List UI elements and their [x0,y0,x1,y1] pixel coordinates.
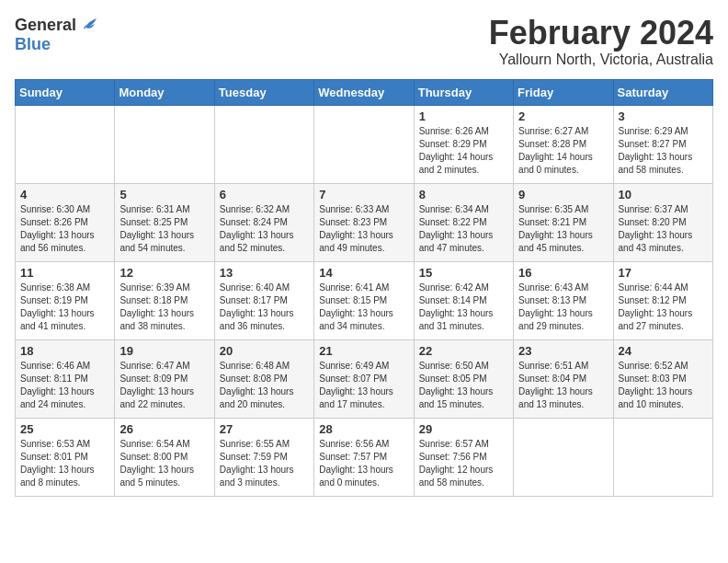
day-info: Sunrise: 6:42 AM Sunset: 8:14 PM Dayligh… [419,282,508,333]
day-number: 16 [518,266,608,280]
logo: General Blue [15,15,98,54]
calendar-cell: 8Sunrise: 6:34 AM Sunset: 8:22 PM Daylig… [414,183,513,261]
calendar-cell: 16Sunrise: 6:43 AM Sunset: 8:13 PM Dayli… [514,261,613,339]
calendar-cell: 28Sunrise: 6:56 AM Sunset: 7:57 PM Dayli… [314,418,414,496]
day-of-week-header: Wednesday [314,79,414,105]
location-subtitle: Yallourn North, Victoria, Australia [489,52,713,68]
day-info: Sunrise: 6:33 AM Sunset: 8:23 PM Dayligh… [319,203,408,255]
title-section: February 2024 Yallourn North, Victoria, … [489,15,713,68]
calendar-cell: 29Sunrise: 6:57 AM Sunset: 7:56 PM Dayli… [414,418,513,496]
calendar-cell [16,105,115,183]
calendar-cell: 22Sunrise: 6:50 AM Sunset: 8:05 PM Dayli… [414,339,513,418]
day-info: Sunrise: 6:57 AM Sunset: 7:56 PM Dayligh… [419,438,508,489]
day-number: 29 [419,422,508,436]
day-of-week-header: Monday [115,79,214,105]
calendar-cell: 13Sunrise: 6:40 AM Sunset: 8:17 PM Dayli… [214,261,313,339]
day-of-week-header: Saturday [613,79,712,105]
day-info: Sunrise: 6:43 AM Sunset: 8:13 PM Dayligh… [518,282,608,333]
day-info: Sunrise: 6:32 AM Sunset: 8:24 PM Dayligh… [220,203,309,255]
calendar-cell: 5Sunrise: 6:31 AM Sunset: 8:25 PM Daylig… [115,183,214,261]
month-year-title: February 2024 [489,15,713,52]
day-number: 10 [619,188,708,201]
day-info: Sunrise: 6:46 AM Sunset: 8:11 PM Dayligh… [20,360,109,411]
day-info: Sunrise: 6:55 AM Sunset: 7:59 PM Dayligh… [220,438,309,489]
day-of-week-header: Friday [514,79,613,105]
calendar-cell: 23Sunrise: 6:51 AM Sunset: 8:04 PM Dayli… [514,339,613,418]
day-info: Sunrise: 6:41 AM Sunset: 8:15 PM Dayligh… [319,282,408,333]
day-number: 18 [20,344,109,358]
day-number: 19 [119,344,209,358]
calendar-cell: 7Sunrise: 6:33 AM Sunset: 8:23 PM Daylig… [314,183,414,261]
day-info: Sunrise: 6:52 AM Sunset: 8:03 PM Dayligh… [619,360,708,411]
day-number: 27 [220,422,309,436]
day-info: Sunrise: 6:48 AM Sunset: 8:08 PM Dayligh… [220,360,309,411]
day-info: Sunrise: 6:38 AM Sunset: 8:19 PM Dayligh… [20,282,109,333]
calendar-cell: 19Sunrise: 6:47 AM Sunset: 8:09 PM Dayli… [115,339,214,418]
day-number: 25 [20,422,109,436]
calendar-cell: 18Sunrise: 6:46 AM Sunset: 8:11 PM Dayli… [16,339,115,418]
day-number: 13 [220,266,309,280]
day-info: Sunrise: 6:39 AM Sunset: 8:18 PM Dayligh… [119,282,209,333]
calendar-week-row: 1Sunrise: 6:26 AM Sunset: 8:29 PM Daylig… [16,105,713,183]
day-info: Sunrise: 6:56 AM Sunset: 7:57 PM Dayligh… [319,438,408,489]
calendar-cell: 3Sunrise: 6:29 AM Sunset: 8:27 PM Daylig… [613,105,712,183]
calendar-cell: 25Sunrise: 6:53 AM Sunset: 8:01 PM Dayli… [16,418,115,496]
day-number: 22 [419,344,508,358]
calendar-cell: 12Sunrise: 6:39 AM Sunset: 8:18 PM Dayli… [115,261,214,339]
calendar-cell [115,105,214,183]
calendar-cell: 26Sunrise: 6:54 AM Sunset: 8:00 PM Dayli… [115,418,214,496]
calendar-cell: 15Sunrise: 6:42 AM Sunset: 8:14 PM Dayli… [414,261,513,339]
day-info: Sunrise: 6:27 AM Sunset: 8:28 PM Dayligh… [518,125,608,177]
page-header: General Blue February 2024 Yallourn Nort… [15,15,713,68]
day-number: 4 [20,188,109,201]
day-number: 7 [319,188,408,201]
calendar-cell: 14Sunrise: 6:41 AM Sunset: 8:15 PM Dayli… [314,261,414,339]
day-info: Sunrise: 6:37 AM Sunset: 8:20 PM Dayligh… [619,203,708,255]
day-number: 23 [518,344,608,358]
day-info: Sunrise: 6:53 AM Sunset: 8:01 PM Dayligh… [20,438,109,489]
calendar-cell: 4Sunrise: 6:30 AM Sunset: 8:26 PM Daylig… [16,183,115,261]
calendar-cell: 6Sunrise: 6:32 AM Sunset: 8:24 PM Daylig… [214,183,313,261]
day-info: Sunrise: 6:44 AM Sunset: 8:12 PM Dayligh… [619,282,708,333]
logo-general-text: General [15,16,76,35]
day-of-week-header: Thursday [414,79,513,105]
day-info: Sunrise: 6:31 AM Sunset: 8:25 PM Dayligh… [119,203,209,255]
calendar-cell: 24Sunrise: 6:52 AM Sunset: 8:03 PM Dayli… [613,339,712,418]
calendar-week-row: 11Sunrise: 6:38 AM Sunset: 8:19 PM Dayli… [16,261,713,339]
day-info: Sunrise: 6:35 AM Sunset: 8:21 PM Dayligh… [518,203,608,255]
logo-blue-text: Blue [15,35,51,54]
calendar-cell: 20Sunrise: 6:48 AM Sunset: 8:08 PM Dayli… [214,339,313,418]
day-number: 9 [518,188,608,201]
day-info: Sunrise: 6:50 AM Sunset: 8:05 PM Dayligh… [419,360,508,411]
calendar-cell: 1Sunrise: 6:26 AM Sunset: 8:29 PM Daylig… [414,105,513,183]
day-info: Sunrise: 6:34 AM Sunset: 8:22 PM Dayligh… [419,203,508,255]
calendar-week-row: 4Sunrise: 6:30 AM Sunset: 8:26 PM Daylig… [16,183,713,261]
calendar-table: SundayMondayTuesdayWednesdayThursdayFrid… [15,79,713,497]
day-info: Sunrise: 6:54 AM Sunset: 8:00 PM Dayligh… [119,438,209,489]
calendar-week-row: 25Sunrise: 6:53 AM Sunset: 8:01 PM Dayli… [16,418,713,496]
calendar-cell: 10Sunrise: 6:37 AM Sunset: 8:20 PM Dayli… [613,183,712,261]
day-number: 2 [518,109,608,123]
day-of-week-header: Tuesday [214,79,313,105]
day-number: 26 [119,422,209,436]
day-info: Sunrise: 6:49 AM Sunset: 8:07 PM Dayligh… [319,360,408,411]
day-number: 24 [619,344,708,358]
day-info: Sunrise: 6:30 AM Sunset: 8:26 PM Dayligh… [20,203,109,255]
day-number: 28 [319,422,408,436]
logo-bird-icon [78,15,98,35]
day-number: 1 [419,109,508,123]
day-number: 12 [119,266,209,280]
calendar-cell: 2Sunrise: 6:27 AM Sunset: 8:28 PM Daylig… [514,105,613,183]
day-number: 14 [319,266,408,280]
calendar-week-row: 18Sunrise: 6:46 AM Sunset: 8:11 PM Dayli… [16,339,713,418]
day-number: 21 [319,344,408,358]
day-number: 3 [619,109,708,123]
calendar-cell [514,418,613,496]
day-info: Sunrise: 6:29 AM Sunset: 8:27 PM Dayligh… [619,125,708,177]
calendar-cell [613,418,712,496]
day-number: 11 [20,266,109,280]
day-info: Sunrise: 6:40 AM Sunset: 8:17 PM Dayligh… [220,282,309,333]
day-number: 8 [419,188,508,201]
day-number: 5 [119,188,209,201]
calendar-header-row: SundayMondayTuesdayWednesdayThursdayFrid… [16,79,713,105]
